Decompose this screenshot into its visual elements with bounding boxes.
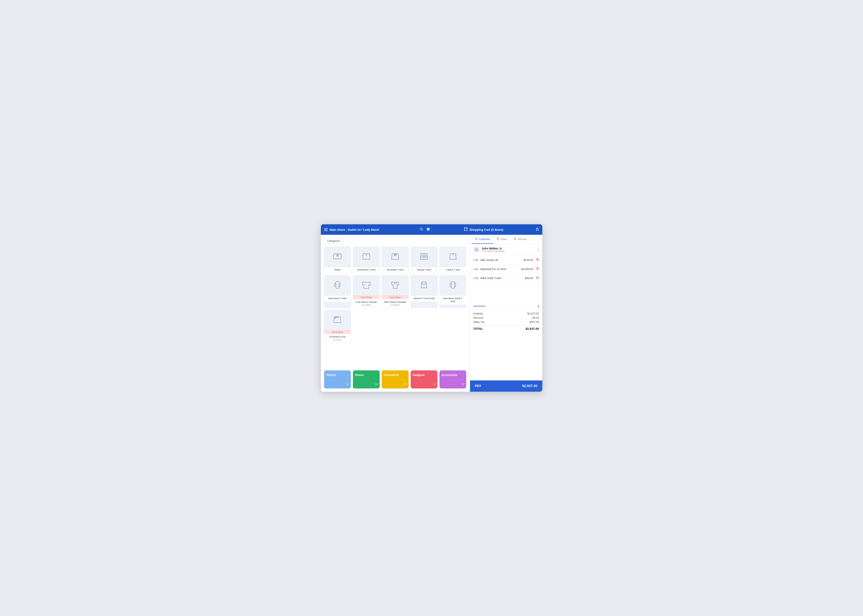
product-name: Sleeves T-shirt Dryfit: [413, 297, 436, 300]
cart-item: 1.00 Macbook Pro 15 2018 $2,500.00: [473, 264, 539, 273]
discount-label: Discount: [473, 316, 483, 319]
product-card[interactable]: Sleeveless T-shirt: [324, 275, 351, 308]
discount-value: $0.00: [532, 316, 539, 319]
pay-amount: $2,937.00: [522, 384, 537, 388]
product-image: [439, 275, 466, 295]
product-card[interactable]: Sleeveless Dryfit T-shirt: [439, 275, 466, 308]
category-tshirts-button[interactable]: Tshirts 12: [324, 370, 351, 388]
product-name: Pocketless Polo: [326, 335, 349, 338]
tab-customer[interactable]: Customer: [472, 235, 493, 244]
cart-item-qty: 1.00: [473, 277, 479, 280]
cart-title: Shopping Cart (3 Items): [469, 228, 504, 231]
product-card[interactable]: Out of Stock Pocketless Polo SK-45542: [324, 310, 351, 343]
category-label: Gadgets: [413, 373, 435, 377]
categories-button[interactable]: Categories: [324, 238, 343, 244]
product-info: Striped T-shirt: [411, 267, 437, 273]
cart-item-name: Macbook Pro 15 2018: [480, 267, 520, 270]
chevron-down-icon: ▾: [538, 305, 539, 308]
product-card[interactable]: V-Neck T-shirt: [439, 247, 466, 273]
svg-point-10: [429, 230, 429, 230]
product-name: Tshirts: [326, 269, 349, 271]
pay-button[interactable]: PAY $2,937.00: [470, 380, 542, 392]
svg-point-4: [429, 228, 429, 229]
product-info: Pocketless Polo SK-45542: [324, 334, 351, 343]
customer-info: John Walker Jr. CUS-1034 / 130274531: [482, 247, 536, 253]
category-label: Accesories: [441, 373, 464, 377]
product-image: [382, 247, 408, 267]
delete-item-button[interactable]: [536, 276, 539, 280]
search-icon[interactable]: [419, 227, 423, 232]
category-shoes-button[interactable]: Shoes 10: [353, 370, 380, 388]
category-count: 10: [384, 383, 406, 386]
product-name: Long Sleeve Sweater: [355, 300, 378, 303]
chevron-down-icon: ▾: [538, 248, 539, 251]
cart-item-price: $45.00: [525, 277, 533, 280]
product-sku: SK-45539: [383, 304, 406, 306]
product-name: Sleeveless Dryfit T-shirt: [441, 297, 465, 303]
product-card[interactable]: Striped T-shirt: [411, 247, 438, 273]
delete-item-button[interactable]: [536, 267, 539, 271]
svg-rect-11: [464, 228, 465, 228]
cart-item-price: $2,500.00: [521, 267, 533, 270]
product-card[interactable]: Sleeves T-shirt Dryfit: [411, 275, 438, 308]
header: Main Store - Outlet #2 / Lady Morel Shop…: [321, 224, 542, 235]
out-of-stock-badge: Out of Stock: [353, 295, 380, 299]
product-name: Striped T-shirt: [413, 269, 436, 271]
product-info: Sleeveless T-shirt: [324, 295, 351, 302]
grand-total-value: $2,937.00: [526, 327, 539, 330]
category-gadgets-button[interactable]: Gadgets 5: [411, 370, 438, 388]
delete-item-button[interactable]: [536, 258, 539, 262]
customer-id: CUS-1034 / 130274531: [482, 250, 536, 253]
cart-item: 1.00 NIKE Dryfit T-shirt $45.00: [473, 273, 539, 283]
scan-icon[interactable]: [464, 227, 468, 232]
product-card[interactable]: Out of Stock Long Sleeve Sweater SK-4553…: [353, 275, 380, 308]
tab-discard-label: Discard: [518, 237, 526, 240]
product-card[interactable]: Out of Stock Short Sleeve Sweater SK-455…: [382, 275, 408, 308]
tab-discard[interactable]: Discard: [510, 235, 530, 244]
category-accessories-button[interactable]: Accesories 14: [439, 370, 466, 388]
category-label: Cosmetics: [384, 373, 406, 377]
product-image: [324, 310, 351, 330]
svg-point-26: [476, 238, 477, 239]
tab-sales[interactable]: Sales: [493, 235, 510, 244]
tab-sales-label: Sales: [501, 237, 507, 240]
grid-icon[interactable]: [426, 227, 430, 232]
product-name: Pocketed T-shirt: [383, 269, 406, 271]
cart-item-price: $125.00: [524, 259, 533, 261]
main-layout: Categories Tshirts P: [321, 235, 542, 392]
product-sku: SK-45542: [326, 339, 349, 341]
cart-item: 1.00 Nike Jordan 30 $125.00: [473, 256, 539, 264]
product-image: [411, 275, 437, 295]
header-cart: Shopping Cart (3 Items): [432, 227, 535, 232]
product-card[interactable]: Pocketed T-shirt: [382, 247, 408, 273]
grand-total-row: TOTAL $2,937.00: [473, 325, 539, 330]
lock-icon[interactable]: [535, 227, 539, 232]
header-icons: [419, 227, 430, 232]
menu-button[interactable]: [324, 228, 328, 231]
product-card[interactable]: Pocketless T-shirt: [353, 247, 380, 273]
svg-rect-12: [466, 228, 467, 228]
category-count: 14: [441, 383, 464, 386]
product-card[interactable]: Tshirts: [324, 247, 351, 273]
cart-item-qty: 1.00: [473, 259, 479, 261]
subtotal-value: $2,670.00: [528, 312, 539, 315]
add-notes-section[interactable]: Add Notes ▾: [470, 303, 542, 310]
app-window: Main Store - Outlet #2 / Lady Morel Shop…: [321, 224, 542, 392]
svg-point-9: [428, 230, 428, 230]
subtotal-row: Subtotal $2,670.00: [473, 312, 539, 315]
svg-rect-13: [464, 230, 465, 231]
product-name: V-Neck T-shirt: [441, 269, 465, 271]
product-name: Short Sleeve Sweater: [383, 300, 406, 303]
product-sku: SK-45539: [355, 304, 378, 306]
product-info: Pocketed T-shirt: [382, 267, 408, 273]
category-cosmetics-button[interactable]: Cosmetics 10: [382, 370, 408, 388]
left-panel: Categories Tshirts P: [321, 235, 470, 392]
cart-item-name: NIKE Dryfit T-shirt: [480, 277, 523, 280]
customer-section[interactable]: John Walker Jr. CUS-1034 / 130274531 ▾: [470, 244, 542, 256]
product-info: Tshirts: [324, 267, 351, 273]
sales-tax-label: Sales Tax: [473, 321, 485, 324]
product-info: Short Sleeve Sweater SK-45539: [382, 299, 408, 308]
product-image: [411, 247, 437, 267]
category-label: Shoes: [355, 373, 378, 377]
product-image: [324, 247, 351, 267]
